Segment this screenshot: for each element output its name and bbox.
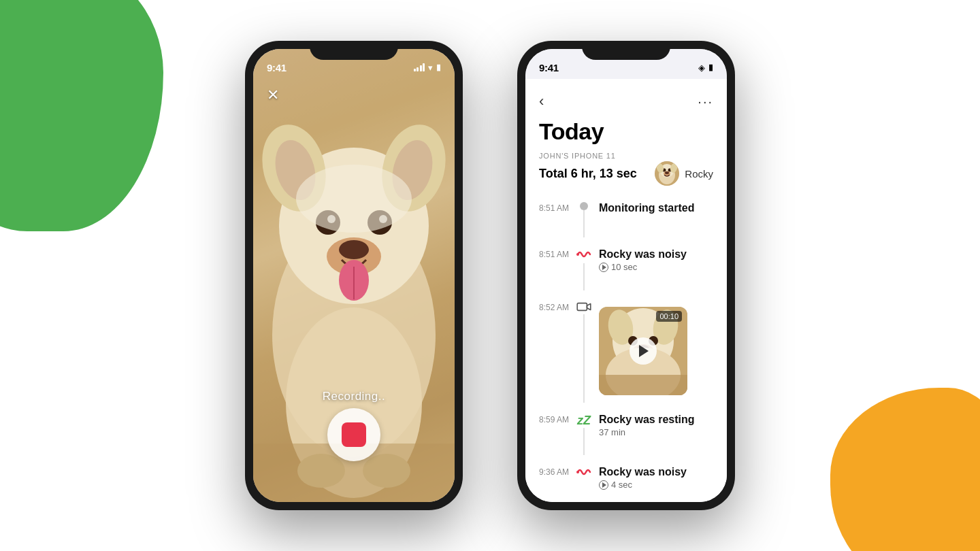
phone1-status-icons: ▾ ▮ [414,63,442,73]
event-title-5: Rocky was noisy [599,466,716,478]
zzz-icon: zZ [577,414,591,428]
event-duration-2: 10 sec [611,262,637,272]
event-duration-4: 37 min [599,427,625,437]
page-title: Today [539,118,713,145]
pet-avatar-img [655,161,679,186]
record-stop-button[interactable] [327,408,380,461]
timeline-item-monitoring-started: 8:51 AM Monitoring started [525,197,727,243]
play-triangle-large [639,345,649,357]
svg-point-29 [576,253,579,256]
svg-rect-42 [599,375,687,395]
line-col-1 [576,202,592,237]
event-title-1: Monitoring started [599,202,716,214]
event-body-5: Rocky was noisy 4 sec [592,466,716,490]
svg-point-26 [665,171,669,174]
noise-icon-2 [576,466,591,481]
pet-avatar [655,161,679,186]
record-button-container [327,408,380,461]
camera-icon [576,301,591,314]
notch-1 [310,41,398,60]
bar1 [414,69,416,71]
bar2 [416,67,419,71]
phone1-time: 9:41 [267,62,287,73]
pet-badge: Rocky [655,161,713,186]
close-button[interactable]: ✕ [267,86,279,104]
wifi-icon: ▾ [428,63,433,73]
phone2-screen: 9:41 ◈ ▮ ‹ ··· Today JOHN'S IP [525,49,727,502]
timeline-item-resting: 8:59 AM zZ Rocky was resting 37 min [525,408,727,461]
svg-marker-31 [587,304,590,310]
device-label: JOHN'S IPHONE 11 [539,152,713,160]
connector-4 [583,428,585,455]
video-play-button[interactable] [630,337,657,365]
phone1-screen: 9:41 ▾ ▮ ✕ Recording.. [253,49,455,502]
play-triangle-2 [602,482,606,488]
line-col-5 [576,466,592,481]
line-col-4: zZ [576,414,592,455]
event-sub-2: 10 sec [599,262,716,272]
connector-2 [583,263,585,290]
back-button[interactable]: ‹ [539,93,544,110]
video-duration: 00:10 [656,311,682,322]
svg-rect-30 [577,303,587,311]
event-duration-5: 4 sec [611,480,632,490]
event-title-4: Rocky was resting [599,414,716,426]
time-3: 8:52 AM [536,301,576,312]
timeline: 8:51 AM Monitoring started 8:51 AM [525,197,727,502]
monitoring-dot [580,202,588,210]
recording-label: Recording.. [323,390,385,403]
play-icon-small-2 [599,480,608,490]
svg-point-12 [339,240,369,259]
time-1: 8:51 AM [536,202,576,213]
total-row: Total 6 hr, 13 sec [539,161,713,186]
line-col-3 [576,301,592,403]
timeline-item-video: 8:52 AM [525,296,727,408]
activity-screen: 9:41 ◈ ▮ ‹ ··· Today JOHN'S IP [525,49,727,502]
phone-activity: 9:41 ◈ ▮ ‹ ··· Today JOHN'S IP [517,41,735,510]
event-title-2: Rocky was noisy [599,248,716,261]
play-icon-small [599,263,608,272]
time-5: 9:36 AM [536,466,576,477]
bar3 [420,65,422,71]
notch-2 [582,41,670,60]
line-col-2 [576,248,592,290]
connector-3 [583,314,585,403]
more-button[interactable]: ··· [698,94,713,110]
video-thumbnail[interactable]: 00:10 [599,307,687,395]
timeline-item-noisy-1: 8:51 AM [525,243,727,296]
activity-nav: ‹ ··· [525,87,727,113]
time-2: 8:51 AM [536,248,576,259]
connector-1 [583,210,585,237]
stop-icon [342,422,366,447]
event-body-4: Rocky was resting 37 min [592,414,716,437]
total-time: Total 6 hr, 13 sec [539,167,637,181]
noise-icon-1 [576,248,591,263]
activity-content: 9:41 ◈ ▮ ‹ ··· Today JOHN'S IP [525,79,727,502]
time-4: 8:59 AM [536,414,576,424]
activity-header: Today JOHN'S IPHONE 11 Total 6 hr, 13 se… [525,113,727,186]
event-body-3: 00:10 [592,301,716,395]
event-sub-4: 37 min [599,427,716,437]
timeline-item-noisy-2: 9:36 AM Rocky was noisy [525,461,727,495]
phone-recording: 9:41 ▾ ▮ ✕ Recording.. [245,41,463,510]
battery-icon: ▮ [436,63,441,72]
event-body-2: Rocky was noisy 10 sec [592,248,716,272]
event-body-1: Monitoring started [592,202,716,214]
event-sub-5: 4 sec [599,480,716,490]
phones-container: 9:41 ▾ ▮ ✕ Recording.. [0,0,980,551]
svg-point-15 [296,165,412,233]
svg-point-43 [576,471,579,473]
signal-bars-icon [414,63,425,71]
play-triangle [602,265,606,270]
pet-name: Rocky [685,168,713,180]
bar4 [423,63,425,71]
